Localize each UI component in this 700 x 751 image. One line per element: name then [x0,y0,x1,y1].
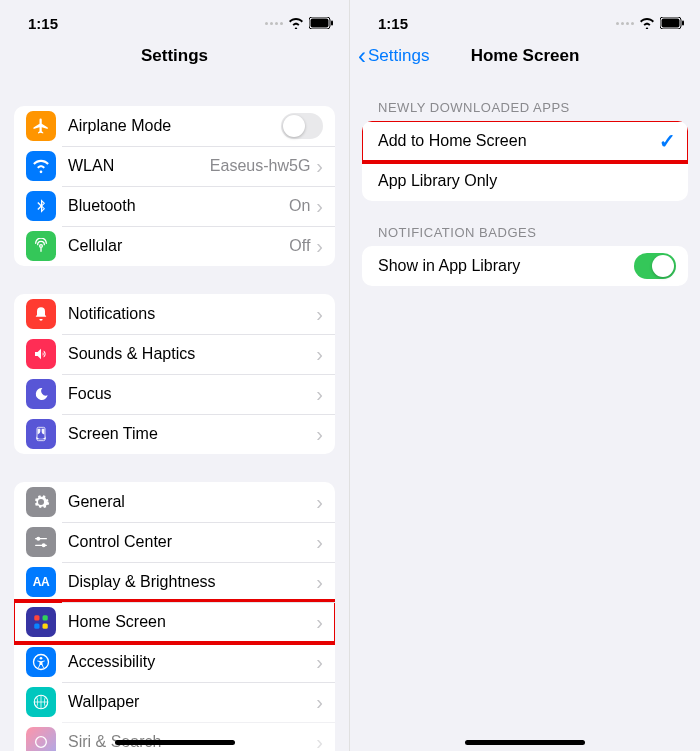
row-add-to-home[interactable]: Add to Home Screen ✓ [362,121,688,161]
row-accessibility[interactable]: Accessibility › [14,642,335,682]
group-connectivity: Airplane Mode WLAN Easeus-hw5G › Bluetoo… [14,106,335,266]
display-icon: AA [26,567,56,597]
page-title: Settings [0,46,349,66]
chevron-right-icon: › [316,652,323,672]
wallpaper-icon [26,687,56,717]
chevron-right-icon: › [316,692,323,712]
chevron-right-icon: › [316,236,323,256]
home-indicator[interactable] [465,740,585,745]
chevron-right-icon: › [316,384,323,404]
group-notification-badges: Show in App Library [362,246,688,286]
wifi-settings-icon [26,151,56,181]
show-applib-toggle[interactable] [634,253,676,279]
section-notification-badges: Notification Badges [378,225,672,240]
chevron-right-icon: › [316,156,323,176]
status-indicators [265,17,333,29]
chevron-right-icon: › [316,532,323,552]
svg-rect-8 [34,615,39,620]
screentime-label: Screen Time [68,425,316,443]
wifi-icon [288,17,304,29]
row-wallpaper[interactable]: Wallpaper › [14,682,335,722]
svg-point-15 [36,737,47,748]
accessibility-icon [26,647,56,677]
row-bluetooth[interactable]: Bluetooth On › [14,186,335,226]
focus-label: Focus [68,385,316,403]
row-siri[interactable]: Siri & Search › [14,722,335,751]
accessibility-label: Accessibility [68,653,316,671]
row-airplane-mode[interactable]: Airplane Mode [14,106,335,146]
wlan-value: Easeus-hw5G [210,157,311,175]
focus-icon [26,379,56,409]
siri-icon [26,727,56,751]
status-bar: 1:15 [350,0,700,40]
row-display[interactable]: AA Display & Brightness › [14,562,335,602]
row-screentime[interactable]: Screen Time › [14,414,335,454]
cellular-value: Off [289,237,310,255]
display-label: Display & Brightness [68,573,316,591]
row-controlcenter[interactable]: Control Center › [14,522,335,562]
general-label: General [68,493,316,511]
chevron-right-icon: › [316,612,323,632]
bluetooth-value: On [289,197,310,215]
row-general[interactable]: General › [14,482,335,522]
homescreen-label: Home Screen [68,613,316,631]
add-to-home-label: Add to Home Screen [378,132,659,150]
svg-rect-11 [43,624,48,629]
svg-rect-10 [34,624,39,629]
applibrary-only-label: App Library Only [378,172,676,190]
show-applib-label: Show in App Library [378,257,634,275]
chevron-right-icon: › [316,732,323,751]
svg-rect-1 [311,19,329,28]
bluetooth-label: Bluetooth [68,197,289,215]
row-sounds[interactable]: Sounds & Haptics › [14,334,335,374]
row-show-in-applibrary[interactable]: Show in App Library [362,246,688,286]
homescreen-icon [26,607,56,637]
svg-rect-5 [35,538,47,539]
row-applibrary-only[interactable]: App Library Only [362,161,688,201]
row-wlan[interactable]: WLAN Easeus-hw5G › [14,146,335,186]
screentime-icon [26,419,56,449]
gear-icon [26,487,56,517]
svg-rect-2 [331,21,333,26]
status-time: 1:15 [28,15,58,32]
svg-rect-9 [43,615,48,620]
cellular-icon [26,231,56,261]
homescreen-header: ‹ Settings Home Screen [350,40,700,76]
home-indicator[interactable] [115,740,235,745]
svg-rect-17 [662,19,680,28]
svg-rect-7 [35,545,47,546]
row-focus[interactable]: Focus › [14,374,335,414]
group-general: General › Control Center › AA Display & … [14,482,335,751]
status-bar: 1:15 [0,0,349,40]
chevron-right-icon: › [316,304,323,324]
status-indicators [616,17,684,29]
airplane-label: Airplane Mode [68,117,281,135]
wifi-icon [639,17,655,29]
airplane-toggle[interactable] [281,113,323,139]
cellular-label: Cellular [68,237,289,255]
back-button[interactable]: ‹ Settings [358,44,429,68]
svg-point-13 [40,657,43,660]
sounds-icon [26,339,56,369]
battery-icon [309,17,333,29]
sounds-label: Sounds & Haptics [68,345,316,363]
status-time: 1:15 [378,15,408,32]
settings-header: Settings [0,40,349,76]
notifications-label: Notifications [68,305,316,323]
controlcenter-icon [26,527,56,557]
row-cellular[interactable]: Cellular Off › [14,226,335,266]
row-notifications[interactable]: Notifications › [14,294,335,334]
phone-left: 1:15 Settings Airplane Mode WLAN Easeus-… [0,0,350,751]
chevron-right-icon: › [316,424,323,444]
chevron-right-icon: › [316,196,323,216]
wlan-label: WLAN [68,157,210,175]
back-label: Settings [368,46,429,66]
chevron-left-icon: ‹ [358,44,366,68]
bluetooth-icon [26,191,56,221]
row-homescreen[interactable]: Home Screen › [14,602,335,642]
wallpaper-label: Wallpaper [68,693,316,711]
chevron-right-icon: › [316,572,323,592]
airplane-icon [26,111,56,141]
chevron-right-icon: › [316,344,323,364]
check-icon: ✓ [659,129,676,153]
